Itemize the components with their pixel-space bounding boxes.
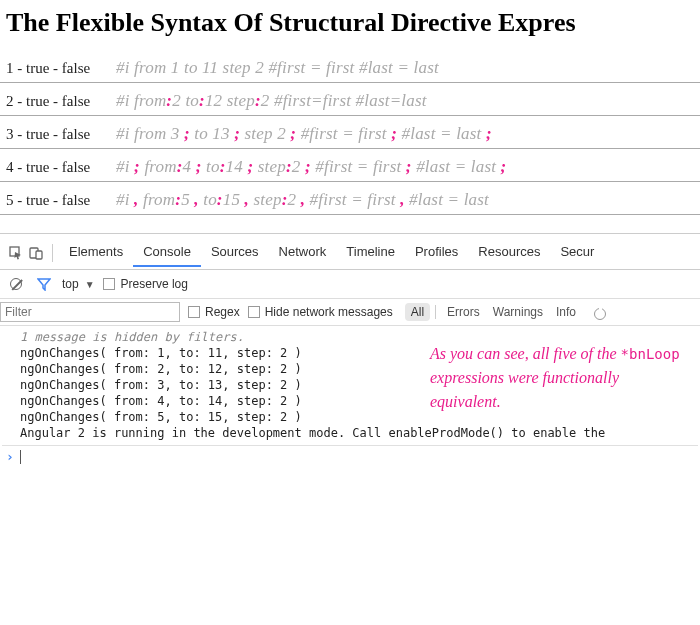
context-label: top <box>62 277 79 291</box>
level-warnings[interactable]: Warnings <box>487 303 549 321</box>
example-row: 1 - true - false#i from 1 to 11 step 2 #… <box>0 50 700 83</box>
filter-input[interactable] <box>0 302 180 322</box>
hide-network-checkbox[interactable]: Hide network messages <box>248 305 393 319</box>
devtools-panel: ElementsConsoleSourcesNetworkTimelinePro… <box>0 233 700 467</box>
hide-network-label: Hide network messages <box>265 305 393 319</box>
row-expression: #i from:2 to:12 step:2 #first=first #las… <box>116 91 427 111</box>
row-label: 2 - true - false <box>6 93 116 110</box>
device-icon[interactable] <box>26 243 46 263</box>
devtools-tabbar: ElementsConsoleSourcesNetworkTimelinePro… <box>0 234 700 270</box>
tab-sources[interactable]: Sources <box>201 238 269 267</box>
console-prompt[interactable]: › <box>2 445 698 467</box>
row-label: 5 - true - false <box>6 192 116 209</box>
tab-resources[interactable]: Resources <box>468 238 550 267</box>
dropdown-caret-icon: ▼ <box>85 279 95 290</box>
example-row: 3 - true - false#i from 3 ; to 13 ; step… <box>0 116 700 149</box>
row-label: 1 - true - false <box>6 60 116 77</box>
checkbox-icon <box>103 278 115 290</box>
console-line: Angular 2 is running in the development … <box>2 425 698 441</box>
row-expression: #i ; from:4 ; to:14 ; step:2 ; #first = … <box>116 157 506 177</box>
level-errors[interactable]: Errors <box>441 303 486 321</box>
context-selector[interactable]: top ▼ <box>62 277 95 291</box>
tab-console[interactable]: Console <box>133 238 201 267</box>
console-toolbar: top ▼ Preserve log <box>0 270 700 299</box>
console-output: 1 message is hidden by filters. ngOnChan… <box>0 326 700 467</box>
tab-secur[interactable]: Secur <box>550 238 604 267</box>
log-level-filter: AllErrorsWarningsInfo <box>405 303 582 321</box>
example-row: 2 - true - false#i from:2 to:12 step:2 #… <box>0 83 700 116</box>
tab-timeline[interactable]: Timeline <box>336 238 405 267</box>
preserve-log-checkbox[interactable]: Preserve log <box>103 277 188 291</box>
tab-elements[interactable]: Elements <box>59 238 133 267</box>
tab-network[interactable]: Network <box>269 238 337 267</box>
prompt-cursor <box>20 450 21 464</box>
row-expression: #i from 1 to 11 step 2 #first = first #l… <box>116 58 439 78</box>
svg-rect-2 <box>36 251 42 259</box>
inspect-icon[interactable] <box>6 243 26 263</box>
checkbox-icon <box>248 306 260 318</box>
page-title: The Flexible Syntax Of Structural Direct… <box>0 0 700 50</box>
tab-divider <box>52 244 53 262</box>
circle-icon[interactable] <box>594 308 606 320</box>
clear-console-icon[interactable] <box>6 274 26 294</box>
row-label: 4 - true - false <box>6 159 116 176</box>
example-row: 4 - true - false#i ; from:4 ; to:14 ; st… <box>0 149 700 182</box>
row-label: 3 - true - false <box>6 126 116 143</box>
tab-profiles[interactable]: Profiles <box>405 238 468 267</box>
level-info[interactable]: Info <box>550 303 582 321</box>
regex-checkbox[interactable]: Regex <box>188 305 240 319</box>
prompt-caret-icon: › <box>6 449 14 464</box>
level-all[interactable]: All <box>405 303 430 321</box>
example-row: 5 - true - false#i , from:5 , to:15 , st… <box>0 182 700 215</box>
preserve-log-label: Preserve log <box>121 277 188 291</box>
regex-label: Regex <box>205 305 240 319</box>
handwritten-annotation: As you can see, all five of the *bnLoop … <box>430 342 690 414</box>
checkbox-icon <box>188 306 200 318</box>
level-divider <box>435 305 436 319</box>
row-expression: #i from 3 ; to 13 ; step 2 ; #first = fi… <box>116 124 492 144</box>
row-expression: #i , from:5 , to:15 , step:2 , #first = … <box>116 190 489 210</box>
console-filterbar: Regex Hide network messages AllErrorsWar… <box>0 299 700 326</box>
filter-icon[interactable] <box>34 274 54 294</box>
